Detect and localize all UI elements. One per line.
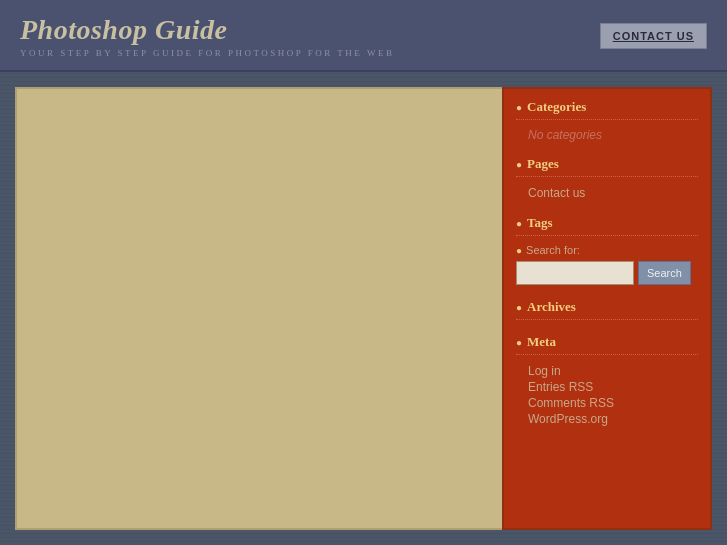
header: Photoshop Guide YOUR STEP BY STEP GUIDE … [0,0,727,72]
contact-us-button[interactable]: CONTACT US [600,23,707,49]
content-area [15,87,502,530]
bullet-icon: ● [516,159,522,170]
categories-title: ● Categories [516,99,698,115]
categories-divider [516,119,698,120]
pages-title: ● Pages [516,156,698,172]
sidebar-section-tags: ● Tags ● Search for: Search [516,215,698,285]
bullet-icon: ● [516,302,522,313]
pages-contact-us-link[interactable]: Contact us [516,185,698,201]
meta-divider [516,354,698,355]
bullet-icon: ● [516,218,522,229]
title-block: Photoshop Guide YOUR STEP BY STEP GUIDE … [20,14,394,58]
sidebar-section-pages: ● Pages Contact us [516,156,698,201]
tags-divider [516,235,698,236]
pages-divider [516,176,698,177]
sidebar-section-categories: ● Categories No categories [516,99,698,142]
sidebar: ● Categories No categories ● Pages Conta… [502,87,712,530]
search-row: Search [516,261,698,285]
meta-comments-rss-link[interactable]: Comments RSS [516,395,698,411]
search-button[interactable]: Search [638,261,691,285]
sidebar-section-meta: ● Meta Log in Entries RSS Comments RSS W… [516,334,698,427]
archives-divider [516,319,698,320]
site-title: Photoshop Guide [20,14,394,46]
meta-title: ● Meta [516,334,698,350]
archives-title: ● Archives [516,299,698,315]
search-label: ● Search for: [516,244,698,256]
tags-title: ● Tags [516,215,698,231]
main-wrapper: ● Categories No categories ● Pages Conta… [15,87,712,530]
search-bullet-icon: ● [516,245,522,256]
bullet-icon: ● [516,337,522,348]
site-subtitle: YOUR STEP BY STEP GUIDE FOR PHOTOSHOP FO… [20,48,394,58]
search-input[interactable] [516,261,634,285]
bullet-icon: ● [516,102,522,113]
no-categories-text: No categories [516,128,698,142]
meta-wordpress-link[interactable]: WordPress.org [516,411,698,427]
sidebar-section-archives: ● Archives [516,299,698,320]
meta-entries-rss-link[interactable]: Entries RSS [516,379,698,395]
meta-login-link[interactable]: Log in [516,363,698,379]
